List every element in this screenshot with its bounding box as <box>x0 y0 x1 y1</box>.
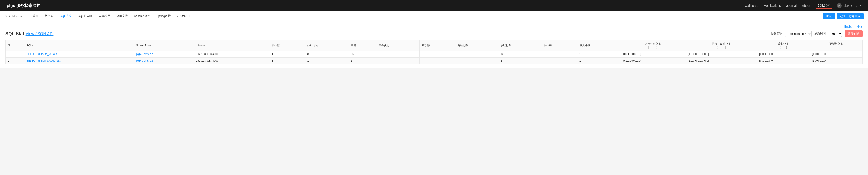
cell-servicename: pigx-upms-biz <box>134 57 193 64</box>
cell-execcount: 1 <box>270 51 305 57</box>
language-section: en ▾ <box>856 4 861 7</box>
nav-about[interactable]: About <box>802 4 810 7</box>
th-exectime: 执行时间 <box>305 40 348 51</box>
sql-link[interactable]: SELECT id, route_id, rout... <box>27 53 60 56</box>
subnav-home[interactable]: 首页 <box>29 11 41 21</box>
reset-button[interactable]: 重置 <box>823 13 835 19</box>
cell-updatecount <box>455 57 498 64</box>
subnav-jsonapi[interactable]: JSON API <box>174 11 193 21</box>
json-api-link[interactable]: View JSON API <box>26 31 54 36</box>
user-avatar: P <box>837 3 842 8</box>
cell-address: 192.168.0.33:4000 <box>194 57 270 64</box>
cell-slowest: 86 <box>348 51 376 57</box>
th-exectimedist: 执行时间分布[---------] <box>620 40 685 51</box>
cell-errorcount <box>420 57 455 64</box>
cell-exectimedist: [0,0,1,0,0,0,0,0] <box>620 51 685 57</box>
th-readdist: 读取分布[-------] <box>757 40 810 51</box>
top-nav-links: Wallboard Applications Journal About SQL… <box>744 3 832 8</box>
cell-n: 1 <box>6 51 24 57</box>
th-updatedist: 更新行分布[-------] <box>810 40 863 51</box>
refresh-select[interactable]: 5s 10s 30s 60s <box>829 31 842 37</box>
nav-applications[interactable]: Applications <box>764 4 781 7</box>
cell-readcount: 12 <box>498 51 541 57</box>
cell-updatecount <box>455 51 498 57</box>
lang-english-link[interactable]: English <box>844 25 853 28</box>
th-address: address <box>194 40 270 51</box>
cell-txexec <box>376 51 420 57</box>
table-row: 1 SELECT id, route_id, rout... pigx-upms… <box>6 51 863 57</box>
th-maxconcurrent: 最大并发 <box>577 40 620 51</box>
service-label: 服务名称 <box>771 31 782 35</box>
lang-separator: | <box>855 25 856 28</box>
cell-txexec <box>376 57 420 64</box>
cell-execrsdist: [1,0,0,0,0,0,0,0,0] <box>685 57 757 64</box>
lang-chinese-link[interactable]: 中文 <box>857 25 863 28</box>
user-dropdown-arrow[interactable]: ▾ <box>851 4 852 7</box>
subnav-datasource[interactable]: 数据源 <box>41 11 57 21</box>
app-title: pigx 服务状态监控 <box>7 3 40 8</box>
subnav-session[interactable]: Session监控 <box>131 11 153 21</box>
cell-readcount: 2 <box>498 57 541 64</box>
th-execrsdist: 执行+RS时分布[---------] <box>685 40 757 51</box>
page-title: SQL Stat View JSON API <box>5 31 54 36</box>
cell-n: 2 <box>6 57 24 64</box>
user-section: P pigx ▾ <box>837 3 852 8</box>
cell-exectime: 1 <box>305 57 348 64</box>
th-errorcount: 错误数 <box>420 40 455 51</box>
page-title-prefix: SQL Stat <box>5 31 26 36</box>
cell-updatedist: [1,0,0,0,0,0] <box>810 51 863 57</box>
cell-executing <box>541 57 577 64</box>
sub-nav-links: 首页 数据源 SQL监控 SQL防火墙 Web应用 URI监控 Session监… <box>29 11 823 21</box>
cell-errorcount <box>420 51 455 57</box>
cell-readdist: [0,0,1,0,0,0] <box>757 51 810 57</box>
sub-nav-buttons: 重置 记录日志并重置 <box>823 13 864 19</box>
subnav-sql[interactable]: SQL监控 <box>57 11 74 21</box>
sub-navigation: Druid Monitor 首页 数据源 SQL监控 SQL防火墙 Web应用 … <box>0 11 868 21</box>
log-reset-button[interactable]: 记录日志并重置 <box>837 13 864 19</box>
service-link[interactable]: pigx-upms-biz <box>136 59 153 62</box>
cell-maxconcurrent: 1 <box>577 51 620 57</box>
stop-refresh-button[interactable]: 暂停刷新 <box>845 30 863 37</box>
sql-stat-table: N SQL▼ ServiceName address 执行数 执行时间 最慢 事… <box>5 40 863 64</box>
monitor-label: Druid Monitor <box>4 15 26 18</box>
th-readcount: 读取行数 <box>498 40 541 51</box>
service-select[interactable]: pigx-upms-biz <box>785 31 812 37</box>
page-header: SQL Stat View JSON API 服务名称 pigx-upms-bi… <box>5 30 863 37</box>
th-servicename: ServiceName <box>134 40 193 51</box>
lang-dropdown-arrow[interactable]: ▾ <box>860 4 861 7</box>
th-sql[interactable]: SQL▼ <box>24 40 134 51</box>
refresh-label: 刷新时间 <box>814 31 826 35</box>
cell-sql: SELECT id, route_id, rout... <box>24 51 134 57</box>
cell-execrsdist: [1,0,0,0,0,0,0,0,0] <box>685 51 757 57</box>
cell-updatedist: [1,0,0,0,0,0] <box>810 57 863 64</box>
nav-wallboard[interactable]: Wallboard <box>744 4 758 7</box>
user-name: pigx <box>843 4 849 7</box>
th-slowest: 最慢 <box>348 40 376 51</box>
service-link[interactable]: pigx-upms-biz <box>136 53 153 56</box>
th-updatecount: 更新行数 <box>455 40 498 51</box>
nav-journal[interactable]: Journal <box>786 4 797 7</box>
th-txexec: 事务执行 <box>376 40 420 51</box>
table-header-row: N SQL▼ ServiceName address 执行数 执行时间 最慢 事… <box>6 40 863 51</box>
th-executing: 执行中 <box>541 40 577 51</box>
cell-execcount: 1 <box>270 57 305 64</box>
lang-current[interactable]: en <box>856 4 859 7</box>
th-execcount: 执行数 <box>270 40 305 51</box>
nav-sql-monitor[interactable]: SQL监控 <box>816 3 832 8</box>
cell-address: 192.168.0.33:4000 <box>194 51 270 57</box>
header-controls: 服务名称 pigx-upms-biz 刷新时间 5s 10s 30s 60s 暂… <box>771 30 863 37</box>
cell-readdist: [0,1,0,0,0,0] <box>757 57 810 64</box>
main-content: English | 中文 SQL Stat View JSON API 服务名称… <box>0 21 868 68</box>
cell-exectime: 86 <box>305 51 348 57</box>
subnav-firewall[interactable]: SQL防火墙 <box>74 11 95 21</box>
th-n: N <box>6 40 24 51</box>
subnav-spring[interactable]: Spring监控 <box>153 11 174 21</box>
subnav-webapp[interactable]: Web应用 <box>95 11 114 21</box>
subnav-uri[interactable]: URI监控 <box>114 11 131 21</box>
lang-top-bar: English | 中文 <box>5 25 863 29</box>
cell-exectimedist: [0,1,0,0,0,0,0,0] <box>620 57 685 64</box>
cell-executing <box>541 51 577 57</box>
sql-link[interactable]: SELECT id, name, code, st... <box>27 59 61 62</box>
top-navigation: pigx 服务状态监控 Wallboard Applications Journ… <box>0 0 868 11</box>
cell-servicename: pigx-upms-biz <box>134 51 193 57</box>
